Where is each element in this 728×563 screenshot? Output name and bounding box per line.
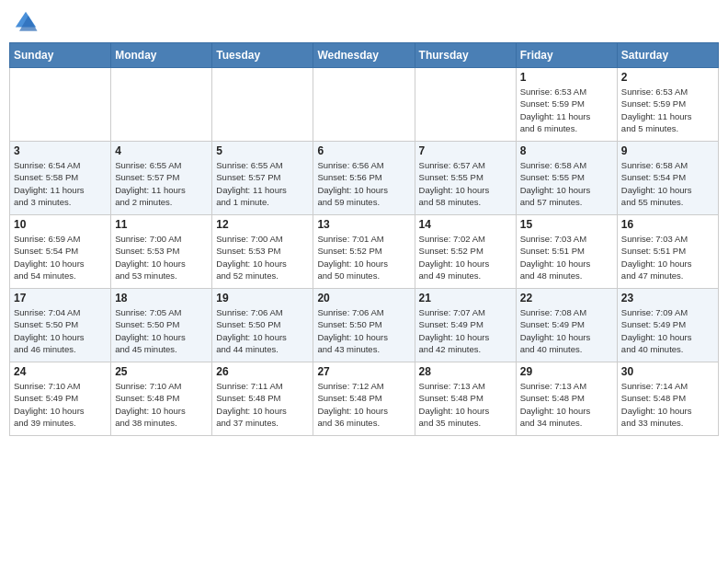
day-info: Sunrise: 7:07 AMSunset: 5:49 PMDaylight:… — [419, 306, 512, 355]
day-cell-empty — [212, 68, 313, 142]
day-info: Sunrise: 7:04 AMSunset: 5:50 PMDaylight:… — [14, 306, 107, 355]
day-info: Sunrise: 7:03 AMSunset: 5:51 PMDaylight:… — [621, 233, 714, 282]
header-monday: Monday — [111, 43, 212, 68]
day-cell-empty — [10, 68, 111, 142]
day-number: 15 — [520, 218, 613, 231]
day-info: Sunrise: 6:53 AMSunset: 5:59 PMDaylight:… — [621, 86, 714, 134]
day-cell-28: 28Sunrise: 7:13 AMSunset: 5:48 PMDayligh… — [415, 362, 516, 436]
day-info: Sunrise: 6:53 AMSunset: 5:59 PMDaylight:… — [520, 86, 613, 134]
day-number: 7 — [419, 144, 512, 157]
day-info: Sunrise: 7:03 AMSunset: 5:51 PMDaylight:… — [520, 233, 613, 282]
day-cell-18: 18Sunrise: 7:05 AMSunset: 5:50 PMDayligh… — [111, 289, 212, 362]
week-row-5: 24Sunrise: 7:10 AMSunset: 5:49 PMDayligh… — [10, 362, 719, 436]
day-number: 27 — [317, 365, 410, 378]
day-info: Sunrise: 6:58 AMSunset: 5:55 PMDaylight:… — [520, 159, 613, 208]
day-number: 5 — [216, 144, 309, 157]
day-cell-empty — [111, 68, 212, 142]
day-info: Sunrise: 7:05 AMSunset: 5:50 PMDaylight:… — [115, 306, 208, 355]
week-row-4: 17Sunrise: 7:04 AMSunset: 5:50 PMDayligh… — [10, 289, 719, 362]
day-cell-11: 11Sunrise: 7:00 AMSunset: 5:53 PMDayligh… — [111, 215, 212, 289]
day-info: Sunrise: 6:55 AMSunset: 5:57 PMDaylight:… — [115, 159, 208, 208]
day-info: Sunrise: 6:56 AMSunset: 5:56 PMDaylight:… — [317, 159, 410, 208]
day-cell-empty — [415, 68, 516, 142]
day-info: Sunrise: 7:00 AMSunset: 5:53 PMDaylight:… — [115, 233, 208, 282]
day-cell-10: 10Sunrise: 6:59 AMSunset: 5:54 PMDayligh… — [10, 215, 111, 289]
day-cell-3: 3Sunrise: 6:54 AMSunset: 5:58 PMDaylight… — [10, 142, 111, 215]
day-info: Sunrise: 7:10 AMSunset: 5:49 PMDaylight:… — [14, 380, 107, 429]
page-header — [9, 9, 719, 35]
day-info: Sunrise: 7:06 AMSunset: 5:50 PMDaylight:… — [216, 306, 309, 355]
day-info: Sunrise: 7:13 AMSunset: 5:48 PMDaylight:… — [520, 380, 613, 429]
day-info: Sunrise: 6:54 AMSunset: 5:58 PMDaylight:… — [14, 159, 107, 208]
day-cell-26: 26Sunrise: 7:11 AMSunset: 5:48 PMDayligh… — [212, 362, 313, 436]
day-cell-16: 16Sunrise: 7:03 AMSunset: 5:51 PMDayligh… — [617, 215, 718, 289]
day-info: Sunrise: 7:09 AMSunset: 5:49 PMDaylight:… — [621, 306, 714, 355]
day-number: 3 — [14, 144, 107, 157]
calendar-header-row: SundayMondayTuesdayWednesdayThursdayFrid… — [10, 43, 719, 68]
day-number: 13 — [317, 218, 410, 231]
day-number: 25 — [115, 365, 208, 378]
header-friday: Friday — [516, 43, 617, 68]
day-number: 22 — [520, 292, 613, 304]
day-number: 6 — [317, 144, 410, 157]
week-row-3: 10Sunrise: 6:59 AMSunset: 5:54 PMDayligh… — [10, 215, 719, 289]
calendar-header: SundayMondayTuesdayWednesdayThursdayFrid… — [10, 43, 719, 68]
day-info: Sunrise: 6:58 AMSunset: 5:54 PMDaylight:… — [621, 159, 714, 208]
day-cell-7: 7Sunrise: 6:57 AMSunset: 5:55 PMDaylight… — [415, 142, 516, 215]
day-cell-30: 30Sunrise: 7:14 AMSunset: 5:48 PMDayligh… — [617, 362, 718, 436]
day-cell-24: 24Sunrise: 7:10 AMSunset: 5:49 PMDayligh… — [10, 362, 111, 436]
day-number: 24 — [14, 365, 107, 378]
day-number: 21 — [419, 292, 512, 304]
day-cell-12: 12Sunrise: 7:00 AMSunset: 5:53 PMDayligh… — [212, 215, 313, 289]
day-cell-5: 5Sunrise: 6:55 AMSunset: 5:57 PMDaylight… — [212, 142, 313, 215]
day-cell-17: 17Sunrise: 7:04 AMSunset: 5:50 PMDayligh… — [10, 289, 111, 362]
day-number: 4 — [115, 144, 208, 157]
day-number: 30 — [621, 365, 714, 378]
day-number: 8 — [520, 144, 613, 157]
day-number: 2 — [621, 71, 714, 84]
day-info: Sunrise: 7:10 AMSunset: 5:48 PMDaylight:… — [115, 380, 208, 429]
day-cell-13: 13Sunrise: 7:01 AMSunset: 5:52 PMDayligh… — [313, 215, 415, 289]
day-info: Sunrise: 7:01 AMSunset: 5:52 PMDaylight:… — [317, 233, 410, 282]
calendar-table: SundayMondayTuesdayWednesdayThursdayFrid… — [9, 42, 719, 436]
logo — [13, 9, 42, 35]
logo-icon — [13, 9, 39, 35]
day-number: 29 — [520, 365, 613, 378]
day-info: Sunrise: 6:57 AMSunset: 5:55 PMDaylight:… — [419, 159, 512, 208]
day-number: 10 — [14, 218, 107, 231]
header-sunday: Sunday — [10, 43, 111, 68]
day-cell-20: 20Sunrise: 7:06 AMSunset: 5:50 PMDayligh… — [313, 289, 415, 362]
day-number: 16 — [621, 218, 714, 231]
day-info: Sunrise: 7:08 AMSunset: 5:49 PMDaylight:… — [520, 306, 613, 355]
day-number: 23 — [621, 292, 714, 304]
header-tuesday: Tuesday — [212, 43, 313, 68]
day-cell-29: 29Sunrise: 7:13 AMSunset: 5:48 PMDayligh… — [516, 362, 617, 436]
day-number: 14 — [419, 218, 512, 231]
week-row-1: 1Sunrise: 6:53 AMSunset: 5:59 PMDaylight… — [10, 68, 719, 142]
day-info: Sunrise: 6:59 AMSunset: 5:54 PMDaylight:… — [14, 233, 107, 282]
day-number: 17 — [14, 292, 107, 304]
day-cell-empty — [313, 68, 415, 142]
day-number: 19 — [216, 292, 309, 304]
day-cell-6: 6Sunrise: 6:56 AMSunset: 5:56 PMDaylight… — [313, 142, 415, 215]
day-cell-8: 8Sunrise: 6:58 AMSunset: 5:55 PMDaylight… — [516, 142, 617, 215]
day-number: 9 — [621, 144, 714, 157]
day-cell-23: 23Sunrise: 7:09 AMSunset: 5:49 PMDayligh… — [617, 289, 718, 362]
day-cell-1: 1Sunrise: 6:53 AMSunset: 5:59 PMDaylight… — [516, 68, 617, 142]
week-row-2: 3Sunrise: 6:54 AMSunset: 5:58 PMDaylight… — [10, 142, 719, 215]
day-cell-4: 4Sunrise: 6:55 AMSunset: 5:57 PMDaylight… — [111, 142, 212, 215]
day-cell-21: 21Sunrise: 7:07 AMSunset: 5:49 PMDayligh… — [415, 289, 516, 362]
header-saturday: Saturday — [617, 43, 718, 68]
day-info: Sunrise: 6:55 AMSunset: 5:57 PMDaylight:… — [216, 159, 309, 208]
day-number: 1 — [520, 71, 613, 84]
header-wednesday: Wednesday — [313, 43, 415, 68]
day-info: Sunrise: 7:14 AMSunset: 5:48 PMDaylight:… — [621, 380, 714, 429]
day-cell-25: 25Sunrise: 7:10 AMSunset: 5:48 PMDayligh… — [111, 362, 212, 436]
day-number: 18 — [115, 292, 208, 304]
calendar-body: 1Sunrise: 6:53 AMSunset: 5:59 PMDaylight… — [10, 68, 719, 436]
header-thursday: Thursday — [415, 43, 516, 68]
day-number: 26 — [216, 365, 309, 378]
day-cell-19: 19Sunrise: 7:06 AMSunset: 5:50 PMDayligh… — [212, 289, 313, 362]
day-number: 11 — [115, 218, 208, 231]
day-info: Sunrise: 7:12 AMSunset: 5:48 PMDaylight:… — [317, 380, 410, 429]
